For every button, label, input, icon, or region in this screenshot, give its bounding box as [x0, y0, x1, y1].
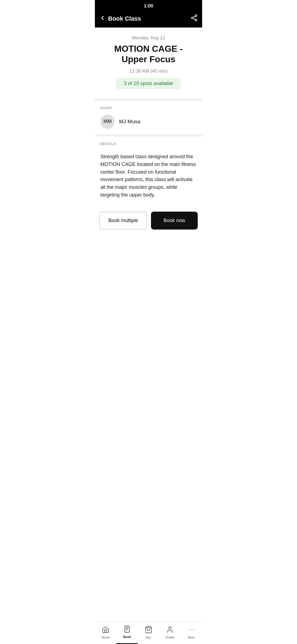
status-bar: 1:00 — [95, 0, 202, 11]
details-label: DETAILS — [100, 142, 197, 146]
class-info-section: Monday, Aug 12 MOTION CAGE - Upper Focus… — [95, 28, 202, 96]
header-left: Book Class — [99, 15, 141, 23]
staff-item: MM MJ Musa — [100, 114, 197, 129]
booking-buttons: Book multiple Book now — [95, 207, 202, 235]
book-now-button[interactable]: Book now — [151, 212, 198, 230]
header: Book Class — [95, 11, 202, 28]
staff-avatar: MM — [100, 114, 115, 129]
class-name: MOTION CAGE - Upper Focus — [100, 43, 197, 65]
share-button[interactable] — [191, 14, 198, 23]
back-button[interactable] — [99, 15, 106, 23]
staff-label: STAFF — [100, 106, 197, 110]
class-date: Monday, Aug 12 — [100, 35, 197, 41]
class-time: 11:30 AM (45 min) — [100, 69, 197, 74]
details-section: DETAILS Strength based class designed ar… — [95, 137, 202, 207]
section-divider — [95, 99, 202, 101]
details-description: Strength based class designed around the… — [100, 150, 197, 207]
staff-section: STAFF MM MJ Musa — [95, 101, 202, 129]
staff-name: MJ Musa — [119, 119, 140, 125]
svg-line-3 — [193, 18, 195, 20]
book-multiple-button[interactable]: Book multiple — [99, 212, 147, 230]
section-divider-2 — [95, 134, 202, 137]
page-title: Book Class — [108, 15, 141, 22]
svg-line-4 — [193, 16, 195, 17]
status-time: 1:00 — [144, 3, 153, 9]
spots-available: 3 of 10 spots available — [116, 78, 181, 89]
